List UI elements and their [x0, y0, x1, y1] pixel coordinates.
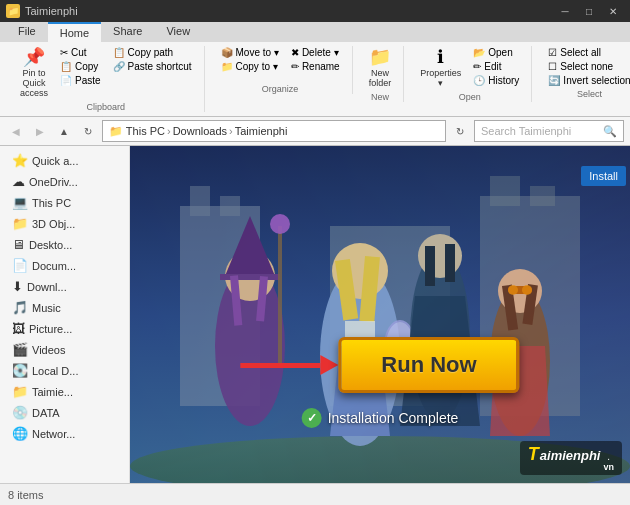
- svg-rect-11: [220, 274, 280, 280]
- tab-share[interactable]: Share: [101, 22, 154, 42]
- open-icon: 📂: [473, 47, 485, 58]
- network-icon: 🌐: [12, 426, 28, 441]
- forward-button[interactable]: ▶: [30, 121, 50, 141]
- downloads-icon: ⬇: [12, 279, 23, 294]
- sidebar-label-music: Music: [32, 302, 61, 314]
- 3d-icon: 📁: [12, 216, 28, 231]
- properties-button[interactable]: ℹ Properties▾: [416, 46, 465, 90]
- paste-shortcut-button[interactable]: 🔗 Paste shortcut: [109, 60, 196, 73]
- ribbon-group-select: ☑ Select all ☐ Select none 🔄 Invert sele…: [536, 46, 630, 99]
- svg-point-15: [270, 214, 290, 234]
- svg-rect-7: [530, 186, 555, 206]
- search-icon: 🔍: [603, 125, 617, 138]
- organize-label: Organize: [262, 84, 299, 94]
- watermark: T aimienphi . vn: [520, 441, 622, 475]
- item-count: 8 items: [8, 489, 43, 501]
- tab-file[interactable]: File: [6, 22, 48, 42]
- pin-to-quick-access-button[interactable]: 📌 Pin to Quickaccess: [16, 46, 52, 100]
- star-icon: ⭐: [12, 153, 28, 168]
- move-icon: 📦: [221, 47, 233, 58]
- sidebar-item-music[interactable]: 🎵 Music: [0, 297, 129, 318]
- install-complete: ✓ Installation Complete: [302, 408, 459, 428]
- ribbon-group-clipboard: 📌 Pin to Quickaccess ✂ Cut 📋 Copy: [8, 46, 205, 112]
- new-label: New: [371, 92, 389, 102]
- arrow-container: [240, 355, 338, 375]
- open-button[interactable]: 📂 Open: [469, 46, 523, 59]
- history-button[interactable]: 🕒 History: [469, 74, 523, 87]
- sidebar-item-thispc[interactable]: 💻 This PC: [0, 192, 129, 213]
- invert-selection-button[interactable]: 🔄 Invert selection: [544, 74, 630, 87]
- sidebar-item-pictures[interactable]: 🖼 Picture...: [0, 318, 129, 339]
- copy-button[interactable]: 📋 Copy: [56, 60, 105, 73]
- watermark-brand: aimienphi: [540, 448, 601, 463]
- sidebar-item-downloads[interactable]: ⬇ Downl...: [0, 276, 129, 297]
- titlebar-title: Taimienphi: [25, 5, 78, 17]
- run-now-button[interactable]: Run Now: [338, 337, 519, 393]
- install-button[interactable]: Install: [581, 166, 626, 186]
- computer-icon: 💻: [12, 195, 28, 210]
- explorer-window: 📁 Taimienphi ─ □ ✕ File Home Share View …: [0, 0, 630, 505]
- clipboard-col2: 📋 Copy path 🔗 Paste shortcut: [109, 46, 196, 73]
- cut-button[interactable]: ✂ Cut: [56, 46, 105, 59]
- sidebar-item-network[interactable]: 🌐 Networ...: [0, 423, 129, 444]
- sidebar-item-desktop[interactable]: 🖥 Deskto...: [0, 234, 129, 255]
- up-button[interactable]: ▲: [54, 121, 74, 141]
- copy-to-button[interactable]: 📁 Copy to ▾: [217, 60, 283, 73]
- file-list: Install Run Now ✓ Installation Complete: [130, 146, 630, 483]
- properties-icon: ℹ: [437, 48, 444, 66]
- rename-button[interactable]: ✏ Rename: [287, 60, 344, 73]
- sidebar-label-localdisk: Local D...: [32, 365, 78, 377]
- pictures-icon: 🖼: [12, 321, 25, 336]
- sidebar: ⭐ Quick a... ☁ OneDriv... 💻 This PC 📁 3D…: [0, 146, 130, 483]
- sidebar-item-quickaccess[interactable]: ⭐ Quick a...: [0, 150, 129, 171]
- titlebar: 📁 Taimienphi ─ □ ✕: [0, 0, 630, 22]
- svg-point-31: [508, 285, 518, 295]
- titlebar-controls: ─ □ ✕: [554, 3, 624, 19]
- sidebar-label-onedrive: OneDriv...: [29, 176, 78, 188]
- sidebar-item-3dobjects[interactable]: 📁 3D Obj...: [0, 213, 129, 234]
- copy-to-icon: 📁: [221, 61, 233, 72]
- paste-button[interactable]: 📄 Paste: [56, 74, 105, 87]
- install-complete-text: Installation Complete: [328, 410, 459, 426]
- tab-view[interactable]: View: [154, 22, 202, 42]
- paste-icon: 📄: [60, 75, 72, 86]
- titlebar-app-icon: 📁: [6, 4, 20, 18]
- sidebar-item-onedrive[interactable]: ☁ OneDriv...: [0, 171, 129, 192]
- back-button[interactable]: ◀: [6, 121, 26, 141]
- ribbon-content: 📌 Pin to Quickaccess ✂ Cut 📋 Copy: [0, 42, 630, 116]
- videos-icon: 🎬: [12, 342, 28, 357]
- titlebar-left: 📁 Taimienphi: [6, 4, 78, 18]
- sidebar-item-taimienphi[interactable]: 📁 Taimie...: [0, 381, 129, 402]
- sidebar-item-localdisk[interactable]: 💽 Local D...: [0, 360, 129, 381]
- search-box[interactable]: Search Taimienphi 🔍: [474, 120, 624, 142]
- close-button[interactable]: ✕: [602, 3, 624, 19]
- tab-home[interactable]: Home: [48, 22, 101, 42]
- minimize-button[interactable]: ─: [554, 3, 576, 19]
- delete-icon: ✖: [291, 47, 299, 58]
- maximize-button[interactable]: □: [578, 3, 600, 19]
- address-path[interactable]: 📁 This PC › Downloads › Taimienphi: [102, 120, 446, 142]
- move-to-button[interactable]: 📦 Move to ▾: [217, 46, 283, 59]
- sidebar-item-videos[interactable]: 🎬 Videos: [0, 339, 129, 360]
- edit-button[interactable]: ✏ Edit: [469, 60, 523, 73]
- watermark-t: T: [528, 444, 539, 465]
- new-folder-button[interactable]: 📁 Newfolder: [365, 46, 396, 90]
- open-label: Open: [459, 92, 481, 102]
- cut-icon: ✂: [60, 47, 68, 58]
- select-all-button[interactable]: ☑ Select all: [544, 46, 630, 59]
- clipboard-buttons: 📌 Pin to Quickaccess ✂ Cut 📋 Copy: [16, 46, 196, 100]
- svg-rect-2: [190, 186, 210, 216]
- pin-icon: 📌: [23, 48, 45, 66]
- copy-path-button[interactable]: 📋 Copy path: [109, 46, 196, 59]
- address-refresh-button[interactable]: ↻: [450, 121, 470, 141]
- delete-button[interactable]: ✖ Delete ▾: [287, 46, 344, 59]
- sidebar-item-documents[interactable]: 📄 Docum...: [0, 255, 129, 276]
- sidebar-item-data[interactable]: 💿 DATA: [0, 402, 129, 423]
- select-none-button[interactable]: ☐ Select none: [544, 60, 630, 73]
- clipboard-label: Clipboard: [86, 102, 125, 112]
- sidebar-label-desktop: Deskto...: [29, 239, 72, 251]
- select-none-icon: ☐: [548, 61, 557, 72]
- refresh-button[interactable]: ↻: [78, 121, 98, 141]
- svg-rect-25: [445, 244, 455, 282]
- sidebar-label-3d: 3D Obj...: [32, 218, 75, 230]
